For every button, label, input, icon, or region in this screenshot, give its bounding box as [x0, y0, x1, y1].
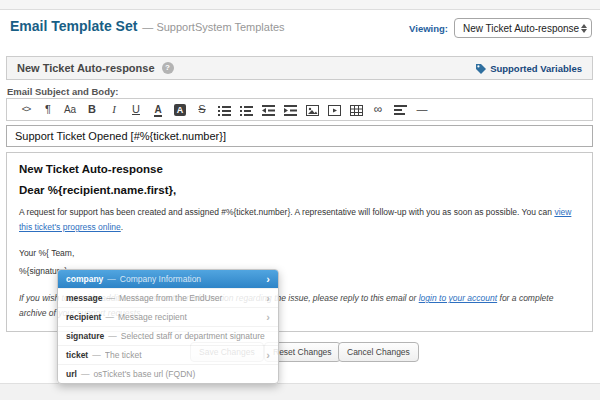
chevron-right-icon: ›: [266, 311, 270, 323]
insert-link-icon[interactable]: ∞: [367, 99, 389, 120]
autocomplete-item-url[interactable]: url — osTicket's base url (FQDN): [58, 364, 278, 383]
chevron-right-icon: ›: [266, 292, 270, 304]
highlight-color-icon[interactable]: A: [169, 99, 191, 120]
template-name-heading: New Ticket Auto-response: [17, 62, 155, 74]
horizontal-rule-icon[interactable]: —: [411, 99, 433, 120]
tag-icon: [475, 63, 486, 74]
indent-icon[interactable]: [279, 99, 301, 120]
page-footer-band: [0, 383, 600, 400]
autocomplete-item-message[interactable]: message — Message from the EndUser ›: [58, 288, 278, 307]
body-heading-template-name: New Ticket Auto-response: [19, 163, 580, 175]
page-title: Email Template Set: [10, 18, 137, 34]
numbered-list-icon[interactable]: [235, 99, 257, 120]
subject-body-label: Email Subject and Body:: [7, 86, 118, 97]
supported-variables-link[interactable]: Supported Variables: [475, 63, 582, 74]
supported-variables-label: Supported Variables: [490, 63, 582, 74]
underline-icon[interactable]: U: [125, 99, 147, 120]
html-code-icon[interactable]: <>: [15, 99, 37, 120]
insert-image-icon[interactable]: [301, 99, 323, 120]
subject-input[interactable]: [6, 125, 593, 147]
insert-table-icon[interactable]: [345, 99, 367, 120]
help-icon[interactable]: ?: [162, 62, 174, 74]
strikethrough-icon[interactable]: S: [191, 99, 213, 120]
autocomplete-item-ticket[interactable]: ticket — The ticket ›: [58, 345, 278, 364]
autocomplete-item-signature[interactable]: signature — Selected staff or department…: [58, 326, 278, 345]
chevron-right-icon: ›: [266, 349, 270, 361]
body-heading-salutation: Dear %{recipient.name.first},: [19, 184, 580, 196]
insert-video-icon[interactable]: [323, 99, 345, 120]
autocomplete-item-recipient[interactable]: recipient — Message recipient ›: [58, 307, 278, 326]
template-select-value: New Ticket Auto-response: [463, 23, 581, 34]
chevron-right-icon: ›: [266, 273, 270, 285]
page-header: Email Template Set— SupportSystem Templa…: [10, 17, 285, 35]
paragraph-format-icon[interactable]: ¶: [37, 99, 59, 120]
page-subtitle: — SupportSystem Templates: [142, 21, 284, 33]
editor-toolbar: <> ¶ Aa B I U A A S ∞ —: [6, 98, 593, 121]
template-section-bar: New Ticket Auto-response ? Supported Var…: [6, 56, 593, 80]
body-paragraph: A request for support has been created a…: [19, 205, 580, 235]
outdent-icon[interactable]: [257, 99, 279, 120]
bold-icon[interactable]: B: [81, 99, 103, 120]
autocomplete-item-company[interactable]: company — Company Information ›: [58, 270, 278, 288]
font-color-icon[interactable]: A: [147, 99, 169, 120]
font-size-icon[interactable]: Aa: [59, 99, 81, 120]
template-select[interactable]: New Ticket Auto-response: [454, 18, 592, 38]
subject-field-wrap: [6, 125, 593, 147]
login-account-link[interactable]: login to your account: [419, 293, 497, 303]
viewing-control: Viewing: New Ticket Auto-response: [409, 18, 592, 38]
alignment-icon[interactable]: [389, 99, 411, 120]
select-stepper-icon: [581, 24, 587, 33]
viewing-label: Viewing:: [409, 23, 448, 34]
variable-autocomplete-menu: company — Company Information › message …: [57, 269, 279, 384]
cancel-changes-button[interactable]: Cancel Changes: [338, 342, 419, 362]
italic-icon[interactable]: I: [103, 99, 125, 120]
bullet-list-icon[interactable]: [213, 99, 235, 120]
top-nav-strip: [0, 0, 600, 10]
email-template-set-page: Email Template Set— SupportSystem Templa…: [0, 0, 600, 400]
closing-line-team: Your %{ Team,: [19, 248, 580, 259]
